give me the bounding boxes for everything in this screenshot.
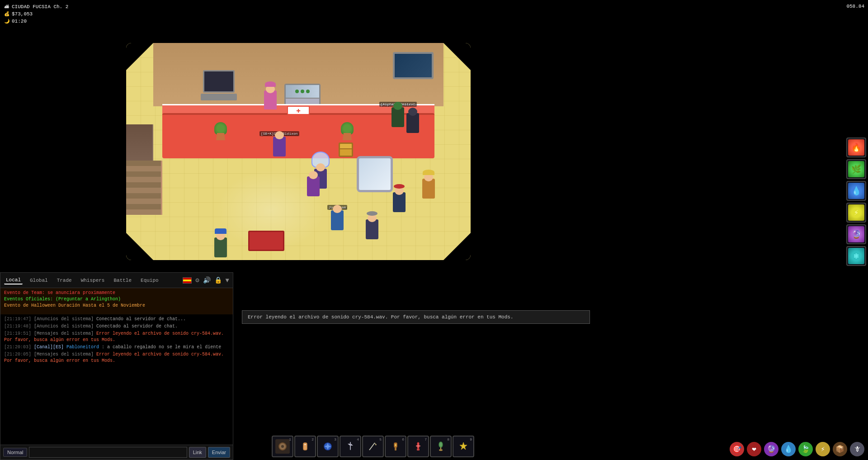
mirror bbox=[357, 156, 393, 192]
fps-value: 058.84 bbox=[846, 4, 864, 9]
cross-icon: ✚ bbox=[296, 106, 301, 115]
slot-5-number: 5 bbox=[379, 437, 382, 441]
scroll-down-icon[interactable]: ▼ bbox=[226, 277, 229, 284]
player-hat bbox=[215, 228, 226, 234]
svg-rect-13 bbox=[416, 446, 420, 446]
plant-left bbox=[214, 122, 227, 140]
char-dark-body bbox=[406, 113, 419, 133]
char-redhair bbox=[394, 184, 405, 189]
msg4-time: [21:20:03] bbox=[4, 345, 31, 350]
slot-6-icon bbox=[390, 441, 401, 452]
npc-br-hair bbox=[367, 211, 377, 216]
hotbar-slot-5[interactable]: 5 bbox=[362, 436, 384, 457]
location-display: 🏙 CIUDAD FUCSIA Ch. 2 bbox=[4, 4, 68, 10]
br-icon-3[interactable]: 🔮 bbox=[764, 442, 778, 456]
hotbar-slot-1[interactable]: 1 bbox=[272, 436, 293, 457]
br-icon-4[interactable]: 💧 bbox=[781, 442, 796, 456]
slot-9-number: 9 bbox=[470, 437, 472, 441]
msg2-tag: [Anuncios del sistema] bbox=[34, 324, 94, 329]
br-icon-6[interactable]: ⚡ bbox=[816, 442, 830, 456]
chat-tabs: Local Global Trade Whispers Battle Equip… bbox=[0, 273, 233, 288]
chat-mode-button[interactable]: Normal bbox=[3, 448, 27, 457]
msg5-tag: [Mensajes del sistema] bbox=[34, 352, 94, 357]
slot-8-icon bbox=[435, 441, 446, 452]
slot-2-icon bbox=[300, 441, 311, 452]
tab-battle[interactable]: Battle bbox=[112, 277, 133, 284]
party-slot-3[interactable]: 💧 bbox=[846, 181, 866, 201]
slot-1-icon bbox=[277, 441, 288, 452]
slot-3-number: 3 bbox=[334, 437, 336, 441]
money-display: 💰 $73,053 bbox=[4, 11, 68, 17]
br-icon-2[interactable]: ❤ bbox=[747, 442, 761, 456]
link-button[interactable]: Link bbox=[189, 447, 206, 458]
slot-2-number: 2 bbox=[311, 437, 314, 441]
char-purple bbox=[307, 176, 320, 196]
hotbar-slot-4[interactable]: 4 bbox=[340, 436, 361, 457]
party-slot-5[interactable]: 🔮 bbox=[846, 224, 866, 244]
nurse-sign: ✚ bbox=[287, 106, 310, 115]
char-jocy-head bbox=[333, 205, 342, 213]
svg-marker-17 bbox=[460, 442, 467, 450]
hotbar: 1 2 3 4 bbox=[269, 433, 477, 460]
msg1-time: [21:19:47] bbox=[4, 317, 31, 322]
br-icon-7[interactable]: 📦 bbox=[833, 442, 847, 456]
hotbar-slot-8[interactable]: 8 bbox=[430, 436, 452, 457]
party-slot-4[interactable]: ⚡ bbox=[846, 203, 866, 223]
char-blonde-hair bbox=[423, 170, 434, 175]
br-icon-5[interactable]: 🍃 bbox=[798, 442, 813, 456]
br-icon-8[interactable]: 🗡 bbox=[850, 442, 864, 456]
slot-7-item bbox=[411, 439, 425, 454]
chat-input[interactable] bbox=[29, 447, 187, 458]
chat-message-5: [21:20:05] [Mensajes del sistema] Error … bbox=[4, 351, 229, 364]
plant-leaves-left bbox=[214, 122, 227, 135]
msg3-time: [21:19:51] bbox=[4, 331, 31, 336]
game-scene: ⚕ ✚ bbox=[126, 43, 471, 260]
stairs bbox=[126, 161, 162, 215]
msg3-tag: [Mensajes del sistema] bbox=[34, 331, 94, 336]
hotbar-slot-2[interactable]: 2 bbox=[294, 436, 316, 457]
computer-screen bbox=[203, 70, 235, 93]
tab-whispers[interactable]: Whispers bbox=[79, 277, 107, 284]
char-purple-body bbox=[307, 176, 320, 196]
party-slot-2[interactable]: 🌿 bbox=[846, 159, 866, 179]
send-button[interactable]: Enviar bbox=[208, 447, 230, 458]
party-sprite-2: 🌿 bbox=[848, 161, 864, 177]
tab-global[interactable]: Global bbox=[28, 277, 50, 284]
hotbar-slot-7[interactable]: 7 bbox=[407, 436, 429, 457]
chat-panel: Local Global Trade Whispers Battle Equip… bbox=[0, 272, 233, 460]
slot-9-item bbox=[456, 439, 471, 454]
settings-icon[interactable]: ⚙ bbox=[195, 276, 199, 284]
svg-point-14 bbox=[439, 442, 443, 447]
hotbar-slot-9[interactable]: 9 bbox=[453, 436, 474, 457]
hotbar-slot-3[interactable]: 3 bbox=[317, 436, 339, 457]
slot-5-icon bbox=[368, 441, 378, 452]
heal-dots bbox=[295, 90, 310, 93]
lock-icon[interactable]: 🔒 bbox=[214, 276, 222, 284]
language-flag[interactable] bbox=[183, 277, 192, 284]
party-panel: 🔥 🌿 💧 ⚡ 🔮 ❄ bbox=[844, 136, 868, 268]
party-slot-1[interactable]: 🔥 bbox=[846, 138, 866, 157]
money-text: $73,053 bbox=[12, 11, 33, 17]
party-sprite-4: ⚡ bbox=[848, 204, 864, 221]
msg4-player: Pabloneitord bbox=[66, 345, 99, 350]
tab-trade[interactable]: Trade bbox=[55, 277, 74, 284]
error-notification-text: Error leyendo el archivo de sonido cry-5… bbox=[248, 314, 514, 320]
tv-content bbox=[395, 54, 432, 77]
nurse-sprite bbox=[264, 90, 277, 109]
party-slot-6[interactable]: ❄ bbox=[846, 246, 866, 266]
party-sprite-5: 🔮 bbox=[848, 226, 864, 242]
hotbar-slot-6[interactable]: 6 bbox=[385, 436, 406, 457]
char-purple-head bbox=[309, 171, 318, 179]
msg1-text: Conectando al servidor de chat... bbox=[96, 317, 186, 322]
chat-announcements: Evento de Team: se anunciara proximament… bbox=[0, 288, 233, 314]
tab-equipo[interactable]: Equipo bbox=[139, 277, 160, 284]
slot-2-item bbox=[298, 439, 312, 454]
tab-local[interactable]: Local bbox=[4, 276, 23, 285]
sound-icon[interactable]: 🔊 bbox=[203, 276, 211, 284]
location-icon: 🏙 bbox=[4, 4, 10, 10]
chest-lid bbox=[340, 144, 352, 149]
slot-9-icon bbox=[458, 441, 469, 452]
br-icon-1[interactable]: 🎯 bbox=[730, 442, 744, 456]
slot-4-number: 4 bbox=[357, 437, 359, 441]
time-text: 01:20 bbox=[12, 19, 27, 24]
